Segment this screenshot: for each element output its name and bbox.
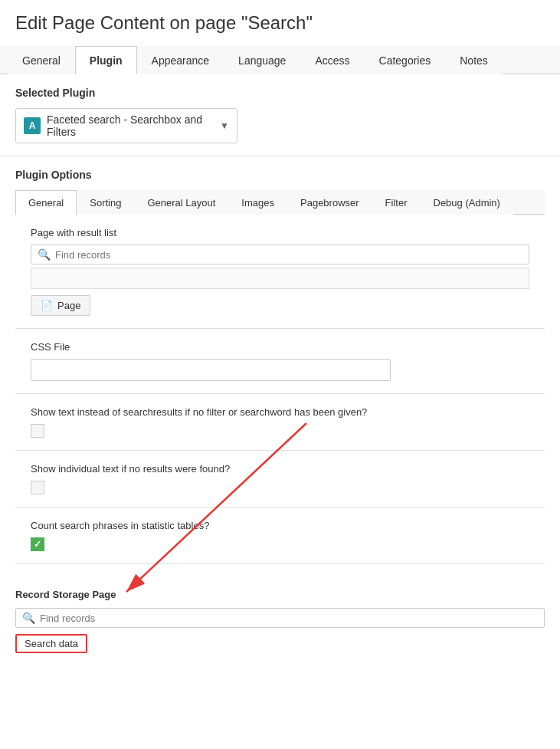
- search-data-item: Search data: [15, 634, 87, 653]
- tab-access[interactable]: Access: [300, 46, 364, 74]
- page-button[interactable]: 📄 Page: [31, 295, 90, 316]
- tab-notes[interactable]: Notes: [445, 46, 503, 74]
- inner-tabs: General Sorting General Layout Images Pa…: [15, 190, 545, 215]
- plugin-options-section: Plugin Options General Sorting General L…: [0, 156, 560, 577]
- tab-plugin[interactable]: Plugin: [75, 46, 137, 74]
- show-individual-text-section: Show individual text if no results were …: [15, 451, 545, 508]
- css-file-label: CSS File: [31, 341, 529, 353]
- record-storage-search-wrapper[interactable]: 🔍: [15, 608, 545, 628]
- page-with-result-list-label: Page with result list: [31, 227, 529, 238]
- css-file-section: CSS File: [15, 329, 545, 394]
- page-button-label: Page: [57, 300, 80, 311]
- tab-language[interactable]: Language: [224, 46, 300, 74]
- show-individual-text-checkbox[interactable]: [31, 481, 44, 494]
- show-text-no-filter-checkbox[interactable]: [31, 424, 44, 438]
- plugin-name: Faceted search - Searchbox and Filters: [47, 113, 215, 138]
- show-text-no-filter-section: Show text instead of searchresults if no…: [15, 394, 545, 451]
- page-result-search-wrapper[interactable]: 🔍: [31, 245, 529, 264]
- selected-plugin-label: Selected Plugin: [15, 87, 545, 99]
- record-storage-label: Record Storage Page: [15, 589, 545, 600]
- record-storage-section: Record Storage Page 🔍 Search data: [0, 577, 560, 665]
- selected-plugin-section: Selected Plugin A Faceted search - Searc…: [0, 74, 560, 156]
- inner-tab-images[interactable]: Images: [228, 190, 287, 215]
- show-text-no-filter-label: Show text instead of searchresults if no…: [31, 406, 529, 418]
- inner-tab-general[interactable]: General: [15, 190, 77, 215]
- inner-tab-general-layout[interactable]: General Layout: [134, 190, 228, 215]
- page-title: Edit Page Content on page "Search": [0, 0, 560, 46]
- count-search-phrases-checkbox[interactable]: [31, 537, 44, 551]
- plugin-icon: A: [24, 117, 41, 134]
- css-file-input[interactable]: [31, 359, 391, 381]
- search-icon: 🔍: [38, 248, 51, 261]
- tab-general[interactable]: General: [8, 46, 75, 74]
- page-icon: 📄: [41, 300, 53, 311]
- chevron-down-icon: ▼: [220, 120, 229, 131]
- inner-tab-sorting[interactable]: Sorting: [77, 190, 134, 215]
- plugin-options-title: Plugin Options: [15, 169, 545, 181]
- tab-categories[interactable]: Categories: [365, 46, 446, 74]
- record-search-icon: 🔍: [22, 612, 35, 624]
- plugin-dropdown[interactable]: A Faceted search - Searchbox and Filters…: [15, 108, 237, 143]
- show-individual-text-checkbox-wrapper: [31, 481, 529, 494]
- show-text-no-filter-checkbox-wrapper: [31, 424, 529, 438]
- inner-tab-filter[interactable]: Filter: [372, 190, 421, 215]
- page-result-search-input[interactable]: [55, 249, 522, 261]
- selected-record-bar: [31, 268, 529, 289]
- inner-tab-pagebrowser[interactable]: Pagebrowser: [287, 190, 372, 215]
- inner-tab-debug-admin[interactable]: Debug (Admin): [421, 190, 513, 215]
- tab-appearance[interactable]: Appearance: [137, 46, 224, 74]
- record-storage-search-input[interactable]: [40, 613, 538, 624]
- show-individual-text-label: Show individual text if no results were …: [31, 463, 529, 475]
- count-search-phrases-label: Count search phrases in statistic tables…: [31, 520, 529, 531]
- count-search-phrases-checkbox-wrapper: [31, 537, 529, 551]
- page-with-result-list-section: Page with result list 🔍 📄 Page: [15, 215, 545, 329]
- count-search-phrases-section: Count search phrases in statistic tables…: [15, 508, 545, 564]
- top-tabs: General Plugin Appearance Language Acces…: [0, 46, 560, 74]
